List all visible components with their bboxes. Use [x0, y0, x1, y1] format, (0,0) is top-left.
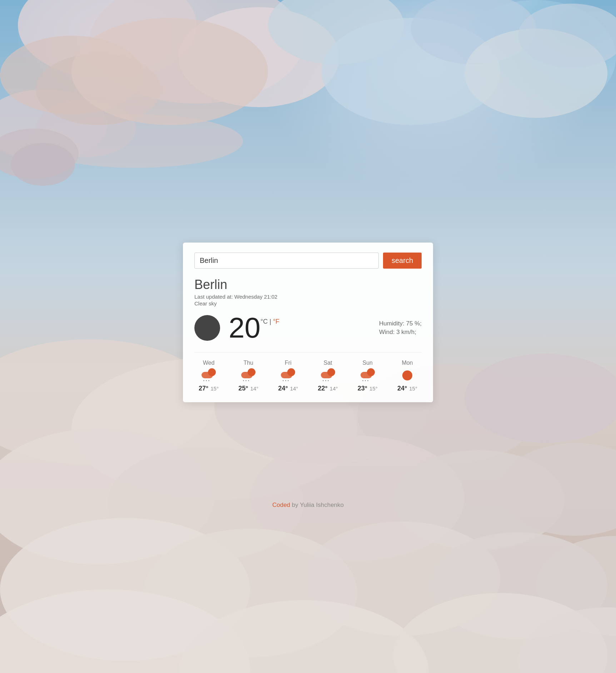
forecast-temps: 27°15°: [199, 385, 219, 392]
humidity-text: Humidity: 75 %;: [379, 320, 422, 327]
forecast-temps: 22°14°: [318, 385, 338, 392]
forecast-temp-low: 14°: [290, 385, 298, 392]
footer-credit: Coded by Yuliia Ishchenko: [272, 502, 344, 509]
forecast-temps: 24°15°: [397, 385, 417, 392]
fahrenheit-unit[interactable]: °F: [273, 318, 279, 325]
forecast-temp-high: 25°: [238, 385, 248, 392]
forecast-icon: [400, 368, 414, 383]
forecast-temp-low: 14°: [330, 385, 338, 392]
forecast-icon: [321, 368, 335, 383]
rain-dots: [283, 380, 289, 381]
forecast-day-name: Wed: [203, 360, 215, 366]
forecast-day-name: Sat: [324, 360, 332, 366]
forecast-temp-high: 24°: [278, 385, 288, 392]
rain-dots: [323, 380, 329, 381]
forecast-temp-high: 24°: [397, 385, 407, 392]
forecast-day: Wed 27°15°: [194, 360, 223, 392]
forecast-day-name: Sun: [363, 360, 373, 366]
forecast-day: Thu 25°14°: [234, 360, 263, 392]
forecast-temps: 24°14°: [278, 385, 298, 392]
forecast-day: Sat 22°14°: [314, 360, 342, 392]
forecast-temp-high: 27°: [199, 385, 208, 392]
forecast-icon: [361, 368, 375, 383]
forecast-row: Wed 27°15°Thu: [194, 352, 422, 392]
forecast-day: Mon24°15°: [393, 360, 422, 392]
forecast-temp-low: 14°: [250, 385, 258, 392]
cloud-part-icon: [281, 372, 292, 378]
weather-details: Humidity: 75 %; Wind: 3 km/h;: [379, 320, 422, 336]
rain-dots: [243, 380, 249, 381]
forecast-icon: [202, 368, 216, 383]
forecast-temps: 25°14°: [238, 385, 258, 392]
cloud-part-icon: [241, 372, 253, 378]
temperature-value: 20: [229, 314, 260, 342]
coded-label: Coded: [272, 502, 290, 508]
forecast-day: Sun 23°15°: [353, 360, 382, 392]
weather-card: search Berlin Last updated at: Wednesday…: [183, 243, 433, 402]
temperature-units: °C | °F: [260, 318, 279, 325]
last-updated: Last updated at: Wednesday 21:02: [194, 294, 422, 300]
forecast-temp-low: 15°: [210, 385, 219, 392]
weather-condition: Clear sky: [194, 300, 422, 306]
cloud-part-icon: [202, 372, 213, 378]
cloud-part-icon: [321, 372, 332, 378]
forecast-temp-high: 23°: [358, 385, 367, 392]
celsius-unit[interactable]: °C: [260, 318, 268, 325]
current-weather: 20 °C | °F Humidity: 75 %; Wind: 3 km/h;: [194, 314, 422, 342]
cloud-part-icon: [361, 372, 372, 378]
sun-icon: [402, 370, 412, 380]
search-row: search: [194, 253, 422, 269]
rain-dots: [362, 380, 368, 381]
forecast-temp-low: 15°: [409, 385, 417, 392]
units-separator: |: [269, 318, 271, 325]
forecast-icon: [281, 368, 295, 383]
search-button[interactable]: search: [383, 253, 422, 269]
forecast-day-name: Thu: [243, 360, 253, 366]
wind-text: Wind: 3 km/h;: [379, 329, 422, 336]
forecast-icon: [241, 368, 255, 383]
forecast-day-name: Fri: [285, 360, 292, 366]
forecast-temps: 23°15°: [358, 385, 378, 392]
search-input[interactable]: [194, 253, 379, 269]
current-weather-icon: [194, 315, 220, 341]
forecast-day: Fri 24°14°: [274, 360, 302, 392]
forecast-temp-low: 15°: [369, 385, 378, 392]
rain-dots: [203, 380, 209, 381]
forecast-day-name: Mon: [402, 360, 413, 366]
page-container: search Berlin Last updated at: Wednesday…: [0, 0, 616, 673]
forecast-temp-high: 22°: [318, 385, 328, 392]
footer-rest: by Yuliia Ishchenko: [290, 502, 344, 508]
city-name: Berlin: [194, 277, 422, 292]
temperature-block: 20 °C | °F: [229, 314, 279, 342]
